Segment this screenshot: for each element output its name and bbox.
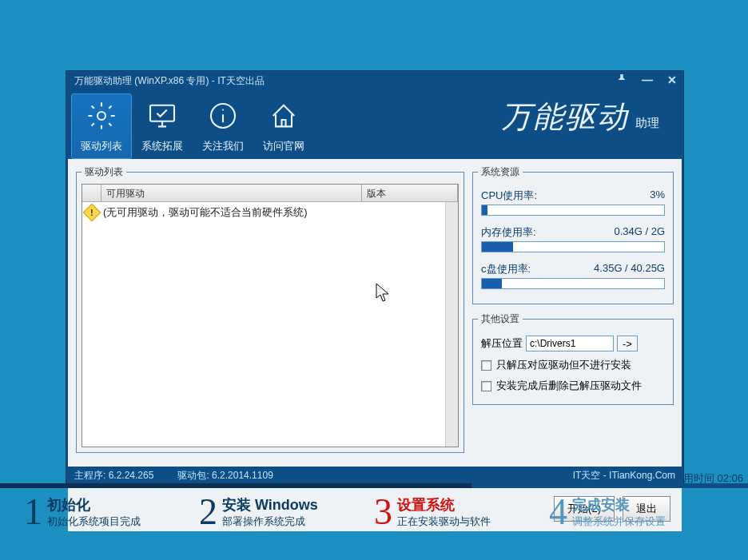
logo-text: 万能驱动	[501, 97, 629, 137]
step-title: 完成安装	[572, 495, 666, 514]
svg-rect-1	[150, 105, 174, 121]
statusbar: 主程序: 6.2.24.265 驱动包: 6.2.2014.1109 IT天空 …	[66, 467, 683, 484]
tab-website[interactable]: 访问官网	[253, 93, 314, 159]
step-sub: 调整系统并保存设置	[572, 514, 666, 529]
scrollbar[interactable]	[445, 202, 458, 447]
tab-follow-us[interactable]: 关注我们	[193, 93, 253, 159]
step-number: 3	[374, 490, 392, 533]
disk-value: 4.35G / 40.25G	[594, 262, 665, 276]
svg-point-0	[97, 112, 105, 120]
titlebar[interactable]: 万能驱动助理 (WinXP.x86 专用) - IT天空出品 — ✕	[66, 71, 683, 90]
install-progress	[0, 483, 748, 488]
info-icon	[207, 100, 239, 134]
table-row[interactable]: ! (无可用驱动，驱动可能不适合当前硬件系统)	[82, 202, 458, 223]
other-settings-group: 其他设置 解压位置 -> 只解压对应驱动但不进行安装 安装完成后删除已解压驱动文…	[472, 312, 674, 405]
cpu-progress	[481, 205, 665, 216]
browse-button[interactable]: ->	[617, 336, 638, 351]
step-3: 3 设置系统 正在安装驱动与软件	[374, 490, 549, 533]
step-title: 设置系统	[397, 495, 491, 514]
window-title: 万能驱动助理 (WinXP.x86 专用) - IT天空出品	[74, 74, 265, 88]
status-pack: 驱动包: 6.2.2014.1109	[177, 469, 273, 483]
col-icon[interactable]	[82, 185, 101, 201]
app-logo: 万能驱动 助理	[501, 97, 659, 137]
warning-icon: !	[83, 204, 101, 222]
step-number: 2	[199, 490, 217, 533]
status-brand: IT天空 - ITianKong.Com	[573, 469, 675, 483]
logo-sub: 助理	[635, 116, 659, 137]
cpu-label: CPU使用率:	[481, 189, 537, 203]
status-main: 主程序: 6.2.24.265	[74, 469, 153, 483]
chk-label: 只解压对应驱动但不进行安装	[496, 358, 631, 372]
app-window: 万能驱动助理 (WinXP.x86 专用) - IT天空出品 — ✕ 驱动列表 …	[66, 70, 684, 485]
step-1: 1 初始化 初始化系统项目完成	[24, 490, 199, 533]
tab-label: 系统拓展	[141, 139, 183, 153]
monitor-check-icon	[146, 100, 178, 134]
tab-system-ext[interactable]: 系统拓展	[132, 93, 193, 159]
tab-label: 关注我们	[202, 139, 244, 153]
install-steps: 1 初始化 初始化系统项目完成 2 安装 Windows 部署操作系统完成 3 …	[0, 490, 748, 533]
tab-label: 驱动列表	[81, 139, 122, 153]
disk-progress	[481, 278, 665, 289]
step-4: 4 完成安装 调整系统并保存设置	[549, 490, 724, 533]
step-sub: 部署操作系统完成	[222, 514, 318, 529]
step-title: 安装 Windows	[222, 495, 318, 514]
mem-value: 0.34G / 2G	[614, 225, 665, 240]
gear-icon	[86, 100, 117, 134]
step-number: 1	[24, 490, 42, 533]
disk-label: c盘使用率:	[481, 262, 531, 276]
group-legend: 其他设置	[478, 312, 523, 326]
mem-label: 内存使用率:	[481, 225, 536, 240]
extract-label: 解压位置	[481, 336, 523, 351]
pin-icon[interactable]	[616, 73, 627, 87]
tab-driver-list[interactable]: 驱动列表	[71, 93, 132, 159]
step-sub: 正在安装驱动与软件	[397, 514, 491, 529]
checkbox-extract-only[interactable]	[481, 360, 491, 371]
step-2: 2 安装 Windows 部署操作系统完成	[199, 490, 374, 533]
step-sub: 初始化系统项目完成	[47, 514, 141, 529]
system-resources-group: 系统资源 CPU使用率: 3% 内存使用率: 0.34G / 2G	[472, 165, 674, 304]
col-name[interactable]: 可用驱动	[101, 185, 362, 201]
step-number: 4	[549, 490, 567, 533]
group-legend: 驱动列表	[82, 165, 126, 179]
tab-label: 访问官网	[263, 139, 304, 153]
cpu-value: 3%	[650, 189, 665, 203]
col-version[interactable]: 版本	[362, 185, 458, 201]
toolbar: 驱动列表 系统拓展 关注我们 访问官网 万能驱动 助理	[66, 90, 683, 159]
extract-path-input[interactable]	[526, 336, 614, 351]
driver-table[interactable]: 可用驱动 版本 ! (无可用驱动，驱动可能不适合当前硬件系统)	[82, 184, 459, 447]
row-text: (无可用驱动，驱动可能不适合当前硬件系统)	[103, 205, 308, 220]
minimize-button[interactable]: —	[642, 73, 653, 87]
driver-list-group: 驱动列表 可用驱动 版本 ! (无可用驱动，驱动可能不适合当前硬件系统)	[76, 165, 464, 453]
step-title: 初始化	[47, 495, 141, 514]
mem-progress	[481, 241, 665, 252]
chk-label: 安装完成后删除已解压驱动文件	[496, 379, 642, 393]
home-icon	[268, 100, 300, 134]
close-button[interactable]: ✕	[667, 73, 677, 87]
checkbox-delete-after[interactable]	[481, 381, 491, 391]
table-header: 可用驱动 版本	[82, 185, 458, 202]
group-legend: 系统资源	[478, 165, 523, 179]
